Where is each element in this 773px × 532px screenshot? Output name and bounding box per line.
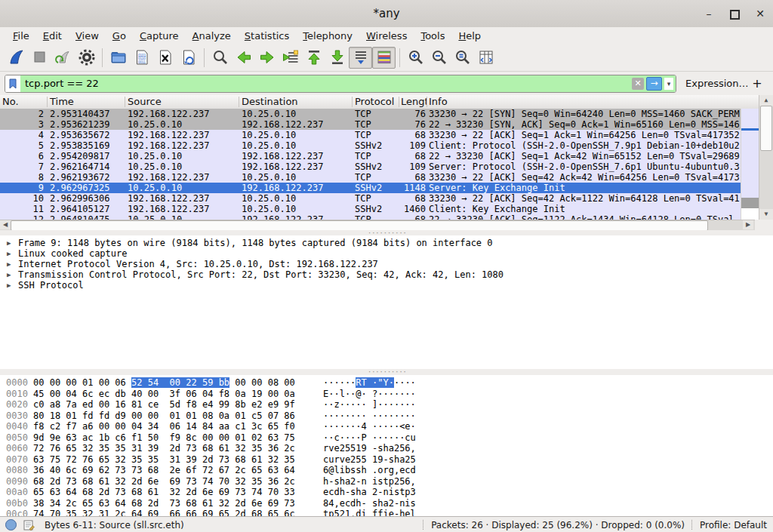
hex-bytes[interactable]: 00 00 00 01 00 06 52 54 00 22 59 bb 00 0… — [33, 377, 295, 389]
find-packet-button[interactable] — [208, 47, 232, 69]
capture-options-button[interactable] — [75, 47, 98, 69]
expand-triangle-icon[interactable]: ▶ — [7, 259, 11, 269]
detail-line[interactable]: ▶Frame 9: 1148 bytes on wire (9184 bits)… — [0, 238, 773, 248]
restart-capture-button[interactable] — [51, 47, 75, 69]
zoom-in-button[interactable] — [404, 47, 427, 69]
hex-ascii[interactable]: ·······4 ·····<e· — [323, 421, 416, 432]
packet-row[interactable]: 52.953835169192.168.122.23710.25.0.10SSH… — [0, 140, 741, 151]
detail-line[interactable]: ▶SSH Protocol — [0, 280, 773, 291]
expert-info-icon[interactable] — [5, 519, 17, 530]
hex-bytes[interactable]: 9d 9e 63 ac 1b c6 f1 50 f9 8c 00 00 01 0… — [33, 432, 295, 444]
detail-line[interactable]: ▶Internet Protocol Version 4, Src: 10.25… — [0, 259, 773, 269]
scroll-right-button[interactable]: ▶ — [743, 220, 753, 229]
hex-bytes[interactable]: 65 63 64 68 2d 73 68 61 32 2d 6e 69 73 7… — [33, 487, 295, 498]
hex-row[interactable]: 000000 00 00 01 00 06 52 54 00 22 59 bb … — [0, 377, 773, 389]
hex-bytes[interactable]: 36 40 6c 69 62 73 73 68 2e 6f 72 67 2c 6… — [33, 465, 295, 476]
hex-ascii[interactable]: ········ ········ — [323, 411, 416, 422]
packet-row[interactable]: 32.95362123910.25.0.10192.168.122.237TCP… — [0, 119, 741, 130]
detail-line[interactable]: ▶Transmission Control Protocol, Src Port… — [0, 269, 773, 280]
column-divider[interactable] — [427, 97, 427, 107]
expand-triangle-icon[interactable]: ▶ — [7, 248, 11, 259]
go-forward-button[interactable] — [255, 47, 279, 69]
menu-wireless[interactable]: Wireless — [359, 29, 414, 43]
go-first-button[interactable] — [302, 47, 325, 69]
status-profile[interactable]: Profile: Default — [700, 520, 767, 530]
hex-row[interactable]: 001045 00 04 6c ec db 40 00 3f 06 04 f8 … — [0, 389, 773, 400]
go-back-button[interactable] — [232, 47, 255, 69]
intelligent-scrollbar-minimap[interactable] — [741, 109, 759, 220]
menu-edit[interactable]: Edit — [36, 29, 69, 43]
maximize-button[interactable] — [726, 5, 743, 22]
menu-file[interactable]: File — [6, 29, 36, 43]
hex-row[interactable]: 00b038 34 2c 65 63 64 68 2d 73 68 61 32 … — [0, 498, 773, 509]
hex-ascii[interactable]: rve25519 -sha256, — [323, 443, 416, 454]
hex-ascii[interactable]: E··l··@· ?······· — [323, 389, 416, 400]
scroll-down-button[interactable]: ▼ — [759, 209, 773, 220]
menu-tools[interactable]: Tools — [414, 29, 451, 43]
hex-ascii[interactable]: ··c····P ······cu — [323, 432, 416, 444]
zoom-original-button[interactable] — [451, 47, 474, 69]
pane-splitter-bottom[interactable]: ·········· — [0, 369, 773, 375]
go-to-packet-button[interactable] — [279, 47, 302, 69]
minimize-button[interactable]: – — [701, 5, 717, 22]
close-button[interactable]: ✕ — [752, 5, 768, 22]
hex-bytes[interactable]: c0 a8 7a ed 00 16 81 ce 5d f8 e4 99 8b e… — [33, 399, 295, 411]
save-file-button[interactable]: 010101100011 — [130, 47, 153, 69]
menu-go[interactable]: Go — [106, 29, 133, 43]
packet-row[interactable]: 22.953140437192.168.122.23710.25.0.10TCP… — [0, 109, 741, 119]
menu-capture[interactable]: Capture — [133, 29, 186, 43]
packet-row[interactable]: 122.96481047510.25.0.10192.168.122.237TC… — [0, 214, 741, 220]
packet-row[interactable]: 42.953635672192.168.122.23710.25.0.10TCP… — [0, 130, 741, 140]
column-header-destination[interactable]: Destination — [242, 96, 298, 107]
hex-row[interactable]: 003080 18 01 fd fd d9 00 00 01 01 08 0a … — [0, 411, 773, 422]
expression-button[interactable]: Expression… — [685, 78, 749, 89]
column-divider[interactable] — [399, 97, 399, 107]
hex-bytes[interactable]: 45 00 04 6c ec db 40 00 3f 06 04 f8 0a 1… — [33, 389, 295, 400]
hex-row[interactable]: 006072 76 65 32 35 35 31 39 2d 73 68 61 … — [0, 443, 773, 454]
auto-scroll-button[interactable] — [349, 47, 372, 69]
display-filter-input[interactable]: tcp.port == 22 ✕ → ▾ — [5, 75, 676, 93]
hex-row[interactable]: 0020c0 a8 7a ed 00 16 81 ce 5d f8 e4 99 … — [0, 399, 773, 411]
hex-row[interactable]: 009068 2d 73 68 61 32 2d 6e 69 73 74 70 … — [0, 476, 773, 487]
menu-view[interactable]: View — [69, 29, 106, 43]
packet-row-selected[interactable]: 92.96296732510.25.0.10192.168.122.237SSH… — [0, 183, 741, 193]
scroll-up-button[interactable]: ▲ — [759, 95, 773, 106]
expand-triangle-icon[interactable]: ▶ — [7, 238, 11, 248]
filter-history-dropdown[interactable]: ▾ — [664, 78, 673, 90]
packet-row[interactable]: 102.962996306192.168.122.23710.25.0.10TC… — [0, 193, 741, 204]
go-last-button[interactable] — [325, 47, 349, 69]
column-header-source[interactable]: Source — [128, 96, 162, 107]
column-divider[interactable] — [47, 97, 48, 107]
hex-row[interactable]: 0040f8 c2 f7 a6 00 00 04 34 06 14 84 aa … — [0, 421, 773, 432]
vertical-scrollbar[interactable]: ▲ ▼ — [759, 95, 773, 220]
filter-clear-button[interactable]: ✕ — [632, 78, 644, 90]
packet-row[interactable]: 62.95420981710.25.0.10192.168.122.237TCP… — [0, 151, 741, 161]
capture-comment-icon[interactable] — [23, 519, 35, 530]
hex-bytes[interactable]: 72 76 65 32 35 35 31 39 2d 73 68 61 32 3… — [33, 443, 295, 454]
detail-line[interactable]: ▶Linux cooked capture — [0, 248, 773, 259]
filter-bookmark-button[interactable] — [5, 75, 20, 92]
hex-ascii[interactable]: ······RT ·"Y····· — [323, 377, 416, 389]
column-divider[interactable] — [352, 97, 353, 107]
open-file-button[interactable] — [106, 47, 130, 69]
hex-ascii[interactable]: h-sha2-n istp256, — [323, 476, 416, 487]
hex-bytes[interactable]: 68 2d 73 68 61 32 2d 6e 69 73 74 70 32 3… — [33, 476, 295, 487]
colorize-button[interactable] — [372, 47, 396, 69]
scroll-left-button[interactable]: ◀ — [0, 220, 11, 229]
hex-row[interactable]: 00509d 9e 63 ac 1b c6 f1 50 f9 8c 00 00 … — [0, 432, 773, 444]
hex-ascii[interactable]: 6@libssh .org,ecd — [323, 465, 416, 476]
filter-value[interactable]: tcp.port == 22 — [20, 75, 632, 92]
stop-capture-button[interactable] — [28, 47, 51, 69]
horizontal-scroll-thumb[interactable] — [11, 220, 708, 231]
column-divider[interactable] — [125, 97, 125, 107]
packet-row[interactable]: 82.962193672192.168.122.23710.25.0.10TCP… — [0, 172, 741, 183]
expand-triangle-icon[interactable]: ▶ — [7, 280, 11, 291]
hex-row[interactable]: 00a065 63 64 68 2d 73 68 61 32 2d 6e 69 … — [0, 487, 773, 498]
column-header-no[interactable]: No. — [2, 96, 19, 107]
menu-help[interactable]: Help — [451, 29, 488, 43]
column-header-protocol[interactable]: Protocol — [355, 96, 394, 107]
zoom-out-button[interactable] — [427, 47, 451, 69]
hex-ascii[interactable]: curve255 19-sha25 — [323, 454, 416, 466]
menu-analyze[interactable]: Analyze — [186, 29, 238, 43]
hex-row[interactable]: 007063 75 72 76 65 32 35 35 31 39 2d 73 … — [0, 454, 773, 466]
